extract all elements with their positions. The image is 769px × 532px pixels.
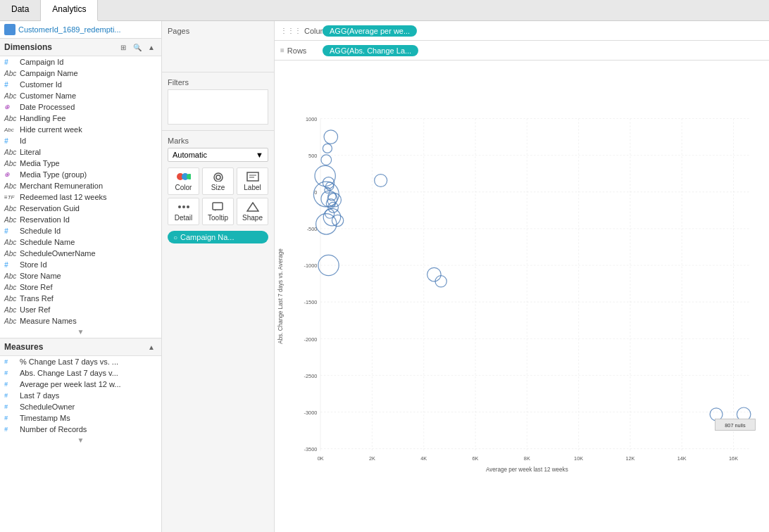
dim-item-store-id[interactable]: # Store Id: [0, 259, 161, 270]
dim-item-store-ref[interactable]: Abc Store Ref: [0, 281, 161, 293]
dim-name: Campaign Id: [20, 58, 63, 66]
tab-data[interactable]: Data: [0, 0, 41, 20]
dim-type-icon: #: [4, 58, 20, 66]
dim-item-campaign-id[interactable]: # Campaign Id: [0, 56, 161, 68]
measures-section: Measures ▲ # % Change Last 7 days vs. ..…: [0, 338, 161, 445]
dim-item-schedule-owner-name[interactable]: Abc ScheduleOwnerName: [0, 248, 161, 259]
svg-point-8: [178, 205, 181, 208]
dim-item-date-processed[interactable]: ⊕ Date Processed: [0, 101, 161, 113]
dim-type-icon: ⊕: [4, 171, 20, 178]
dim-name: Id: [20, 137, 26, 145]
measures-title: Measures: [4, 342, 43, 352]
dim-type-icon: Abc: [4, 295, 20, 303]
dim-name: Store Name: [20, 272, 61, 280]
marks-tooltip-btn[interactable]: Tooltip: [202, 198, 234, 225]
measures-list: # % Change Last 7 days vs. ... # Abs. Ch…: [0, 356, 161, 445]
svg-point-55: [321, 155, 332, 165]
dim-item-id[interactable]: # Id: [0, 135, 161, 146]
measure-item-timestamp-ms[interactable]: # Timestamp Ms: [0, 412, 161, 424]
dim-name: User Ref: [20, 305, 50, 314]
svg-text:-1000: -1000: [304, 262, 318, 269]
dim-name: Measure Names: [20, 317, 77, 325]
measure-item-schedule-owner[interactable]: # ScheduleOwner: [0, 401, 161, 412]
measure-name: Abs. Change Last 7 days v...: [20, 369, 118, 377]
tab-analytics[interactable]: Analytics: [41, 0, 98, 21]
dim-type-icon: Abc: [4, 205, 20, 213]
dim-item-store-name[interactable]: Abc Store Name: [0, 270, 161, 281]
measure-name: Average per week last 12 w...: [20, 380, 121, 388]
dim-name: Store Id: [20, 260, 47, 269]
right-panel: ⋮⋮⋮ Columns AGG(Average per we... ≡ Rows…: [275, 21, 769, 532]
dim-item-literal[interactable]: Abc Literal: [0, 146, 161, 158]
dim-name: Customer Name: [20, 91, 76, 100]
dim-item-schedule-name[interactable]: Abc Schedule Name: [0, 236, 161, 248]
dim-item-user-ref[interactable]: Abc User Ref: [0, 304, 161, 315]
marks-color-btn[interactable]: Color: [168, 167, 199, 195]
dim-item-customer-name[interactable]: Abc Customer Name: [0, 90, 161, 101]
dim-item-media-type-group[interactable]: ⊕ Media Type (group): [0, 169, 161, 180]
campaign-name-pill[interactable]: ○ Campaign Na...: [168, 231, 268, 243]
dim-item-handling-fee[interactable]: Abc Handling Fee: [0, 113, 161, 124]
svg-point-3: [214, 173, 223, 182]
measure-item-last7days[interactable]: # Last 7 days: [0, 390, 161, 401]
measure-name: Timestamp Ms: [20, 414, 70, 422]
svg-text:12K: 12K: [625, 455, 634, 462]
rows-pill[interactable]: AGG(Abs. Change La...: [323, 45, 418, 56]
measure-item-pct-change[interactable]: # % Change Last 7 days vs. ...: [0, 356, 161, 367]
filters-content: [168, 89, 268, 125]
dim-item-campaign-name[interactable]: Abc Campaign Name: [0, 68, 161, 79]
svg-text:14K: 14K: [677, 455, 687, 462]
dim-item-schedule-id[interactable]: # Schedule Id: [0, 225, 161, 236]
label-icon: [246, 171, 260, 182]
marks-section: Marks Automatic ▼ Color: [162, 131, 274, 532]
dim-type-icon: Abc: [4, 216, 20, 224]
columns-shelf-label: ⋮⋮⋮ Columns: [280, 27, 323, 35]
main-layout: CustomerId_1689_redempti... Dimensions ⊞…: [0, 21, 769, 532]
marks-size-btn[interactable]: Size: [202, 167, 234, 195]
dim-type-icon: Abc: [4, 272, 20, 280]
grid-view-icon[interactable]: ⊞: [118, 42, 129, 53]
search-icon[interactable]: 🔍: [132, 42, 143, 53]
rows-shelf: ≡ Rows AGG(Abs. Change La...: [275, 41, 769, 61]
marks-detail-btn[interactable]: Detail: [168, 198, 199, 225]
y-axis-label: Abs. Change Last 7 days vs. Average: [277, 248, 284, 344]
svg-text:1000: 1000: [306, 116, 317, 122]
dim-item-measure-names[interactable]: Abc Measure Names: [0, 315, 161, 327]
marks-type-dropdown[interactable]: Automatic ▼: [168, 148, 268, 162]
svg-rect-5: [247, 172, 258, 181]
columns-pill[interactable]: AGG(Average per we...: [323, 25, 417, 37]
marks-grid: Color Size Label: [168, 167, 268, 225]
dimensions-list: # Campaign Id Abc Campaign Name # Custom…: [0, 56, 161, 338]
measure-item-abs-change[interactable]: # Abs. Change Last 7 days v...: [0, 367, 161, 379]
dim-name: Reservation Id: [20, 215, 70, 224]
marks-shape-btn[interactable]: Shape: [237, 198, 268, 225]
dim-item-reservation-guid[interactable]: Abc Reservation Guid: [0, 203, 161, 214]
columns-shelf: ⋮⋮⋮ Columns AGG(Average per we...: [275, 21, 769, 41]
svg-text:-3000: -3000: [304, 410, 318, 416]
measure-name: ScheduleOwner: [20, 403, 75, 411]
dim-item-merchant-remuneration[interactable]: Abc Merchant Remuneration: [0, 180, 161, 191]
dim-name: Media Type: [20, 159, 60, 167]
dim-item-customer-id[interactable]: # Customer Id: [0, 79, 161, 90]
dim-name: Reservation Guid: [20, 204, 80, 213]
dim-name: Store Ref: [20, 283, 52, 291]
svg-point-54: [324, 130, 338, 144]
dim-type-icon: Abc: [4, 70, 20, 77]
dim-item-media-type[interactable]: Abc Media Type: [0, 158, 161, 169]
datasource-name: CustomerId_1689_redempti...: [18, 25, 121, 34]
measures-expand-icon[interactable]: ▲: [146, 341, 157, 353]
dim-item-redeemed[interactable]: ≡TF Redeemed last 12 weeks: [0, 191, 161, 203]
dim-item-hide-current-week[interactable]: Abc Hide current week: [0, 124, 161, 135]
dim-item-reservation-id[interactable]: Abc Reservation Id: [0, 214, 161, 225]
marks-label-btn[interactable]: Label: [237, 167, 268, 195]
detail-icon: [177, 201, 191, 213]
expand-icon[interactable]: ▲: [146, 42, 157, 53]
data-source-bar[interactable]: CustomerId_1689_redempti...: [0, 21, 161, 39]
measure-item-number-of-records[interactable]: # Number of Records: [0, 424, 161, 435]
shape-label: Shape: [242, 214, 263, 222]
svg-text:-2500: -2500: [304, 373, 318, 379]
dim-item-trans-ref[interactable]: Abc Trans Ref: [0, 293, 161, 304]
measure-item-avg-per-week[interactable]: # Average per week last 12 w...: [0, 379, 161, 390]
top-tabs: Data Analytics: [0, 0, 769, 21]
svg-text:-2000: -2000: [304, 336, 318, 343]
